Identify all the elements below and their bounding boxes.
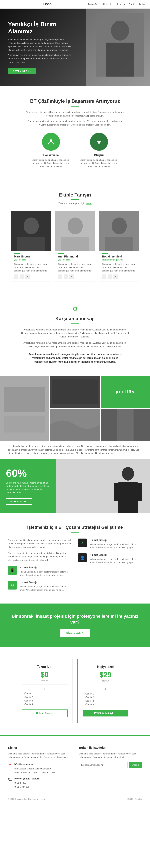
twitter-icon-bob[interactable]: t: [102, 275, 107, 279]
twitter-icon-mary[interactable]: t: [14, 275, 19, 279]
pricing-num-premium: 1: [83, 688, 128, 690]
karsilama-section: ⚙ Karşılama mesajı Amet luctus venenatis…: [0, 293, 150, 376]
footer-newsletter-desc: Duis aute irure dolor in reprehenderit i…: [79, 752, 142, 759]
it-section-text2: Sapien nec sagittis aliquam malesuada bi…: [25, 120, 125, 127]
facebook-icon-ann[interactable]: f: [64, 275, 68, 279]
newsletter-submit-button[interactable]: Abone: [129, 762, 142, 768]
nav-link-home[interactable]: Anasayfa: [88, 3, 97, 5]
green-divider-bob: [102, 253, 108, 254]
portfolio-description: Ut enim ad minim veniam, quis nostrud ex…: [0, 441, 150, 459]
feature-free-4: • Özellik 4: [22, 703, 68, 706]
team-subtitle: Takımınızla çalışmak için İnsan: [8, 202, 142, 205]
nav-link-portfolio[interactable]: Portföy: [129, 3, 136, 5]
it-section-title: BT Çözümlüyle İş Başarısını Artırıyoruz: [8, 98, 142, 104]
stats-description: Lorem orci nam nulla porttitor gravida q…: [6, 481, 50, 494]
bt-cozum-grid: Sapien nec sagittis aliquam malesuada bi…: [8, 538, 142, 592]
bt-item-4: 👤 Hizmet Başlığı Nullam varius nulla ege…: [78, 553, 142, 564]
portfolio-label: portföy: [116, 389, 135, 395]
hamburger-icon[interactable]: ☰: [4, 2, 7, 6]
bt-item-1-title: Hizmet Başlığı: [20, 566, 72, 569]
facebook-icon-bob[interactable]: f: [108, 275, 112, 279]
hero-content: Yenilikçi İş Bizim Alanımız Amet luctus …: [0, 9, 80, 86]
instagram-icon-mary[interactable]: i: [25, 275, 30, 279]
pricing-price-free: $0: [22, 671, 68, 679]
newsletter-input[interactable]: [79, 762, 128, 768]
it-card-hakkimizda: Hakkımızda Lorem ipsum dolor sit amet co…: [31, 133, 71, 168]
svg-point-8: [68, 217, 83, 234]
it-section-greenline: [71, 106, 79, 106]
team-card-body-bob: Bob Greenfield programlama gorünüs Olan …: [99, 251, 139, 281]
svg-rect-21: [117, 409, 133, 441]
team-card-ann: Ann Richmond yazılım bilisi Olan amet do…: [55, 211, 95, 281]
nav-link-services[interactable]: Hizmetler: [116, 3, 125, 5]
svg-point-5: [24, 217, 39, 234]
instagram-icon-bob[interactable]: i: [113, 275, 118, 279]
instagram-icon-ann[interactable]: i: [69, 275, 73, 279]
nav-link-contact[interactable]: İletişim: [139, 3, 146, 5]
ann-name: Ann Richmond: [58, 255, 92, 258]
svg-rect-17: [52, 379, 98, 404]
feature-free-2: • Özellik 2: [22, 696, 68, 698]
cta-button[interactable]: BİZE ULAŞIN: [60, 629, 90, 637]
svg-rect-29: [122, 505, 127, 513]
footer-phone-label: Telefon (Sabit Telefon): [14, 777, 39, 780]
pricing-cards-container: Takım için $0 Her ay 1 • Özellik 1 • Öze…: [8, 659, 142, 723]
pricing-price-premium: $29: [83, 671, 128, 679]
bt-icon-3: ⚙: [8, 581, 17, 590]
bt-cozum-title: İşletmeniz İçin BT Çözüm Stratejisi Geli…: [8, 525, 142, 530]
person-figure: [112, 465, 144, 513]
team-card-img-ann: [55, 211, 95, 251]
hero-title: Yenilikçi İş Bizim Alanımız: [8, 21, 72, 35]
it-card-2-title: Oluştur: [79, 154, 119, 157]
portfolio-desc-text: Ut enim ad minim veniam, quis nostrud ex…: [8, 444, 142, 455]
svg-rect-27: [114, 483, 120, 501]
team-subtitle-link[interactable]: İnsan: [86, 202, 91, 205]
team-card-body-ann: Ann Richmond yazılım bilisi Olan amet do…: [55, 251, 95, 281]
navigation: ☰ LOGO Anasayfa Hakkımızda Hizmetler Por…: [0, 0, 150, 9]
bt-icon-2: ☀: [78, 538, 87, 547]
facebook-icon-mary[interactable]: f: [20, 275, 24, 279]
footer-grid: Kişiler Duis aute irure dolor in reprehe…: [8, 746, 142, 789]
stats-section: 60% Lorem orci nam nulla porttitor gravi…: [0, 459, 150, 513]
bt-item-3-desc: Nullam varius nulla eget est lorem ipsum…: [20, 585, 72, 592]
pricing-btn-free[interactable]: Upload Free →: [22, 710, 68, 717]
stats-cta-button[interactable]: DEVAMINI OKU: [6, 498, 32, 505]
bt-item-3-title: Hizmet Başlığı: [20, 581, 72, 584]
footer-kisilar-desc: Duis aute irure dolor in reprehenderit i…: [8, 752, 71, 759]
team-subtitle-pre: Takımınızla çalışmak için: [58, 202, 85, 205]
footer-office-detail: The Newson Design Studio Company The Cou…: [14, 768, 55, 774]
footer-kisilar-title: Kişiler: [8, 746, 71, 749]
footer-bottom: © 2023 Company Inc. Tüm hakları saklıdır…: [8, 795, 142, 800]
team-card-mary: Mary Brown yazılım bilisi Olan amet dolo…: [11, 211, 51, 281]
team-card-img-mary: [11, 211, 51, 251]
stats-right: [56, 459, 150, 513]
pricing-card-free: Takım için $0 Her ay 1 • Özellik 1 • Öze…: [17, 659, 72, 723]
footer-links[interactable]: Gizlilik | Koşullar: [127, 798, 142, 800]
pricing-btn-premium[interactable]: Premium Alınaylı →: [83, 710, 128, 716]
pricing-features-premium: • Özellik 1 • Özellik 2 • Özellik 3 • Öz…: [83, 692, 128, 706]
hero-cta-button[interactable]: DEVAMINI OKU: [8, 68, 36, 74]
bob-name: Bob Greenfield: [102, 255, 136, 258]
twitter-icon-ann[interactable]: t: [58, 275, 62, 279]
hero-image-person: [96, 12, 144, 76]
cta-title: Bir sonraki inşaat projeniz için profesy…: [8, 614, 142, 625]
feature-premium-1: • Özellik 1: [83, 692, 128, 695]
pricing-num-free: 1: [22, 687, 68, 690]
feature-free-3: • Özellik 3: [22, 700, 68, 702]
karsilama-p2: Amet luctus venenatis lectus magna fring…: [21, 341, 129, 348]
mary-social: t f i: [14, 275, 48, 279]
pricing-section: Takım için $0 Her ay 1 • Özellik 1 • Öze…: [0, 647, 150, 735]
nav-link-about[interactable]: Hakkımızda: [100, 3, 112, 5]
it-cards-container: Hakkımızda Lorem ipsum dolor sit amet co…: [8, 133, 142, 168]
team-card-img-bob: [99, 211, 139, 251]
svg-rect-20: [100, 409, 117, 441]
portfolio-cell-3: portföy: [100, 376, 150, 408]
hero-section: Yenilikçi İş Bizim Alanımız Amet luctus …: [0, 9, 150, 86]
cta-section: Bir sonraki inşaat projeniz için profesy…: [0, 603, 150, 647]
mary-desc: Olan amet dolor velit aliquet neque part…: [14, 262, 48, 273]
footer-section: Kişiler Duis aute irure dolor in reprehe…: [0, 735, 150, 804]
pricing-period-premium: Her ay: [83, 680, 128, 682]
bt-icon-1: 📱: [8, 566, 17, 575]
portfolio-cell-1: [0, 376, 50, 441]
bt-item-1: 📱 Hizmet Başlığı Nullam varius nulla ege…: [8, 566, 72, 577]
